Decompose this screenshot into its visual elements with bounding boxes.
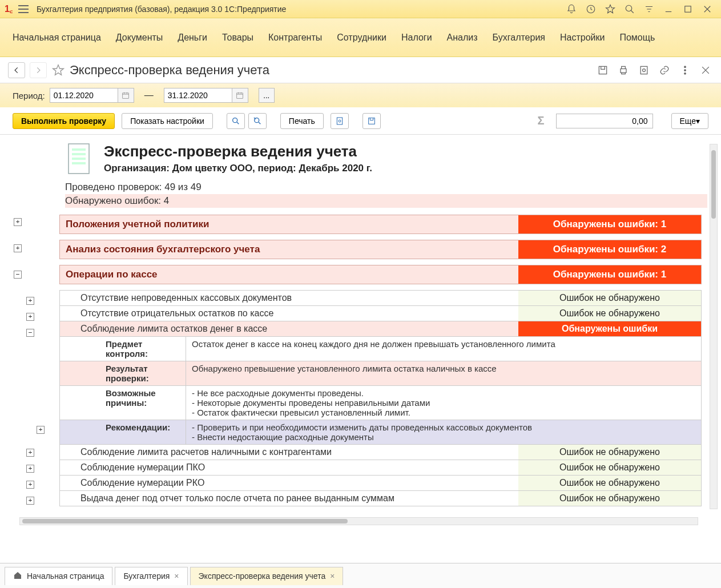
star-icon[interactable]	[605, 3, 616, 15]
check-row[interactable]: Соблюдение нумерации ПКО Ошибок не обнар…	[59, 460, 702, 476]
svg-rect-16	[368, 118, 374, 124]
menu-goods[interactable]: Товары	[222, 33, 253, 43]
nav-forward-button[interactable]	[30, 62, 47, 78]
expander-check-6[interactable]: +	[26, 481, 34, 489]
filter-icon[interactable]	[643, 3, 655, 15]
zoom-in-icon[interactable]	[227, 113, 245, 129]
sigma-icon: Σ	[537, 114, 544, 127]
svg-point-7	[684, 66, 686, 67]
favorite-star-icon[interactable]	[51, 63, 65, 77]
vertical-scrollbar[interactable]	[710, 144, 718, 509]
detail-causes: Возможные причины: - Не все расходные до…	[59, 386, 702, 420]
page-title: Экспресс-проверка ведения учета	[70, 63, 269, 78]
expander-section-3[interactable]: −	[14, 271, 22, 279]
close-icon[interactable]	[702, 3, 713, 15]
link-icon[interactable]	[657, 63, 672, 78]
check-row[interactable]: Выдача денег под отчет только после отче…	[59, 491, 702, 506]
more-vertical-icon[interactable]	[678, 63, 692, 78]
minimize-icon[interactable]	[663, 3, 674, 15]
check-row-error[interactable]: Соблюдение лимита остатков денег в кассе…	[59, 321, 702, 337]
expander-section-1[interactable]: +	[14, 218, 22, 226]
section-row-accounting[interactable]: Анализ состояния бухгалтерского учета Об…	[59, 240, 702, 259]
total-input[interactable]	[556, 114, 653, 128]
menu-money[interactable]: Деньги	[178, 33, 207, 43]
menu-burger-icon[interactable]	[18, 5, 29, 13]
expander-section-2[interactable]: +	[14, 244, 22, 252]
section-row-policy[interactable]: Положения учетной политики Обнаружены ош…	[59, 215, 702, 234]
menu-employees[interactable]: Сотрудники	[337, 33, 386, 43]
bell-icon[interactable]	[566, 3, 577, 15]
checks-done-text: Проведено проверок: 49 из 49	[65, 180, 707, 194]
home-icon	[13, 571, 22, 582]
calendar-from-icon[interactable]	[118, 88, 134, 103]
expander-check-5[interactable]: +	[26, 465, 34, 473]
svg-rect-3	[599, 66, 606, 74]
check-row[interactable]: Отсутствие отрицательных остатков по кас…	[59, 306, 702, 321]
expander-recommendations[interactable]: +	[37, 426, 45, 434]
menu-taxes[interactable]: Налоги	[401, 33, 432, 43]
show-settings-button[interactable]: Показать настройки	[122, 113, 213, 129]
report-area[interactable]: Экспресс-проверка ведения учета Организа…	[0, 135, 721, 563]
section-row-cash[interactable]: Операции по кассе Обнаружены ошибки: 1	[59, 265, 702, 284]
scrollbar-thumb[interactable]	[22, 519, 348, 523]
expander-check-2[interactable]: +	[26, 313, 34, 321]
menu-accounting[interactable]: Бухгалтерия	[493, 33, 545, 43]
tab-close-icon[interactable]: ×	[330, 571, 335, 581]
period-label: Период:	[13, 91, 45, 100]
detail-recommendations: Рекомендации: - Проверить и при необходи…	[59, 420, 702, 445]
print-button[interactable]: Печать	[280, 113, 324, 129]
maximize-icon[interactable]	[682, 3, 694, 15]
date-from-input[interactable]	[50, 88, 118, 103]
search-icon[interactable]	[624, 3, 635, 15]
save-icon[interactable]	[595, 63, 610, 78]
menu-documents[interactable]: Документы	[116, 33, 163, 43]
menu-contractors[interactable]: Контрагенты	[268, 33, 322, 43]
run-check-button[interactable]: Выполнить проверку	[13, 113, 115, 129]
report-document-icon	[65, 143, 92, 175]
svg-rect-4	[621, 69, 626, 73]
expander-check-7[interactable]: +	[26, 497, 34, 505]
zoom-reset-icon[interactable]	[248, 113, 267, 129]
menu-settings[interactable]: Настройки	[560, 33, 605, 43]
svg-rect-5	[641, 66, 647, 74]
svg-rect-18	[72, 148, 86, 151]
expander-check-1[interactable]: +	[26, 297, 34, 305]
menu-home[interactable]: Начальная страница	[13, 33, 101, 43]
more-button[interactable]: Еще ▾	[671, 113, 709, 129]
scrollbar-thumb[interactable]	[711, 150, 716, 219]
tab-accounting[interactable]: Бухгалтерия ×	[115, 567, 187, 585]
expander-check-3[interactable]: −	[26, 329, 34, 337]
history-icon[interactable]	[585, 3, 597, 15]
svg-rect-2	[685, 6, 691, 12]
menu-help[interactable]: Помощь	[619, 33, 655, 43]
check-row[interactable]: Соблюдение нумерации РКО Ошибок не обнар…	[59, 476, 702, 491]
close-page-icon[interactable]	[698, 63, 713, 78]
report-subtitle: Организация: Дом цветку ООО, период: Дек…	[104, 163, 372, 174]
page-header-row: Экспресс-проверка ведения учета	[0, 57, 721, 83]
tab-close-icon[interactable]: ×	[174, 571, 179, 581]
preview-icon[interactable]	[637, 63, 651, 78]
svg-rect-21	[72, 162, 86, 164]
expander-check-4[interactable]: +	[26, 449, 34, 457]
main-menu: Начальная страница Документы Деньги Това…	[0, 18, 721, 57]
detail-result: Результат проверки: Обнаружено превышени…	[59, 361, 702, 386]
horizontal-scrollbar[interactable]	[19, 517, 698, 525]
save-report-icon[interactable]	[362, 113, 381, 129]
errors-found-text: Обнаружено ошибок: 4	[65, 194, 707, 208]
page-preview-icon[interactable]	[331, 113, 349, 129]
date-from-box	[50, 88, 134, 103]
date-to-input[interactable]	[164, 88, 232, 103]
calendar-to-icon[interactable]	[232, 88, 248, 103]
tab-home[interactable]: Начальная страница	[5, 567, 112, 585]
check-row[interactable]: Отсутствие непроведенных кассовых докуме…	[59, 290, 702, 306]
svg-point-9	[684, 73, 686, 74]
menu-analysis[interactable]: Анализ	[447, 33, 478, 43]
nav-back-button[interactable]	[8, 62, 25, 78]
svg-rect-10	[123, 93, 129, 98]
check-row[interactable]: Соблюдение лимита расчетов наличными с к…	[59, 445, 702, 460]
toolbar: Выполнить проверку Показать настройки Пе…	[0, 107, 721, 135]
svg-rect-11	[237, 93, 243, 98]
print-icon[interactable]	[616, 63, 631, 78]
tab-express-check[interactable]: Экспресс-проверка ведения учета ×	[190, 567, 344, 585]
period-choose-button[interactable]: ...	[259, 88, 275, 103]
